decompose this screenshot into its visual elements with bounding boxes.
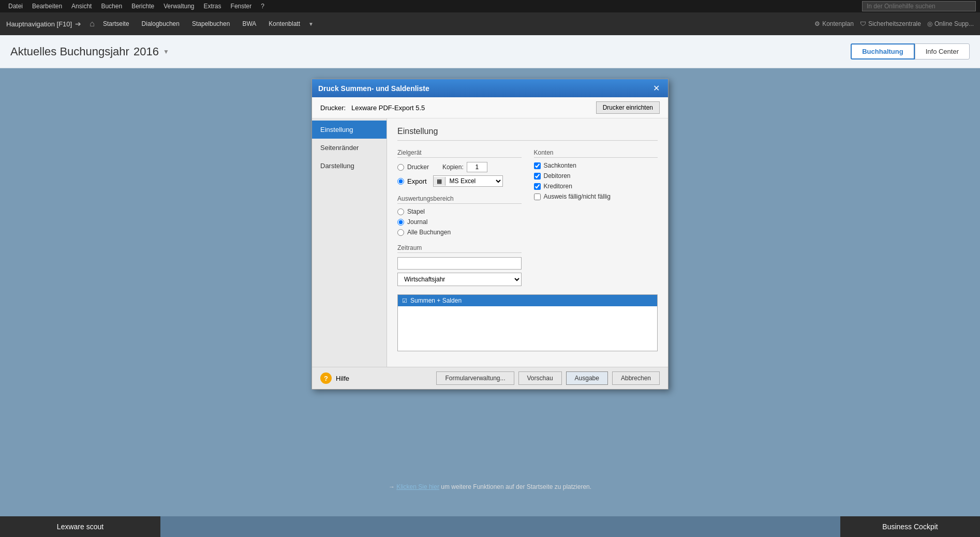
list-item-icon: ☑ [402, 297, 407, 304]
zielgeraet-title: Zielgerät [397, 149, 522, 158]
business-cockpit-button[interactable]: Business Cockpit [840, 516, 980, 537]
main-content: Druck Summen- und Saldenliste ✕ Drucker:… [0, 68, 980, 516]
kreditoren-checkbox[interactable] [534, 183, 541, 190]
location-icon: ◎ [927, 20, 932, 27]
hauptnavigation-label: Hauptnavigation [F10] [6, 20, 72, 28]
printer-name: Lexware PDF-Export 5.5 [351, 104, 425, 112]
toolbar-bwa[interactable]: BWA [238, 18, 260, 29]
ausgabe-button[interactable]: Ausgabe [566, 371, 608, 385]
zeitraum-title: Zeitraum [397, 244, 522, 253]
export-label: Export [407, 177, 427, 185]
stapel-radio[interactable] [397, 208, 404, 215]
auswertungsbereich-title: Auswertungsbereich [397, 195, 522, 204]
dialog-footer: ? Hilfe Formularverwaltung... Vorschau A… [312, 367, 668, 389]
stapel-row: Stapel [397, 208, 522, 215]
toolbar-kontenblatt[interactable]: Kontenblatt [264, 18, 304, 29]
zeitraum-select[interactable]: Wirtschaftsjahr Monat Quartal Halbjahr [397, 273, 522, 286]
help-label: Hilfe [336, 375, 349, 382]
gear-icon: ⚙ [814, 20, 820, 27]
dialog-title: Druck Summen- und Saldenliste [318, 84, 429, 93]
taskbar: Lexware scout Business Cockpit [0, 516, 980, 537]
toolbar-dialogbuchen[interactable]: Dialogbuchen [138, 18, 184, 29]
menu-buchen[interactable]: Buchen [97, 2, 126, 11]
zeitraum-year-input[interactable]: 2016 [397, 257, 522, 270]
export-select[interactable]: MS Excel PDF CSV [446, 176, 502, 186]
list-area[interactable]: ☑ Summen + Salden [397, 294, 658, 351]
toolbar-nav: Hauptnavigation [F10] ➔ [6, 20, 81, 28]
export-radio[interactable] [397, 178, 404, 185]
alle-buchungen-radio[interactable] [397, 229, 404, 236]
menu-ansicht[interactable]: Ansicht [67, 2, 96, 11]
dialog-close-button[interactable]: ✕ [651, 83, 662, 93]
toolbar-stapelbuchen[interactable]: Stapelbuchen [188, 18, 234, 29]
excel-icon: ▦ [434, 177, 446, 186]
menu-bar: Datei Bearbeiten Ansicht Buchen Berichte… [0, 0, 980, 12]
export-row: Export ▦ MS Excel PDF CSV [397, 175, 522, 187]
help-icon[interactable]: ? [320, 372, 332, 384]
two-column-layout: Zielgerät Drucker Kopien: 1 Export ▦ [397, 149, 658, 286]
ausweis-checkbox[interactable] [534, 193, 541, 200]
sachkonten-checkbox[interactable] [534, 162, 541, 169]
toolbar-arrow-icon: ➔ [75, 20, 81, 28]
debitoren-checkbox[interactable] [534, 173, 541, 180]
export-select-wrapper: ▦ MS Excel PDF CSV [433, 175, 503, 187]
sicherheitszentrale-label: Sicherheitszentrale [868, 20, 921, 27]
menu-datei[interactable]: Datei [4, 2, 27, 11]
footer-left: ? Hilfe [320, 372, 349, 384]
header-area: Aktuelles Buchungsjahr 2016 ▼ Buchhaltun… [0, 35, 980, 68]
kontenplan-item[interactable]: ⚙ Kontenplan [814, 20, 854, 27]
home-icon[interactable]: ⌂ [90, 19, 95, 28]
zeitraum-group: Zeitraum 2016 Wirtschaftsjahr Monat Quar… [397, 244, 522, 286]
list-item-label: Summen + Salden [410, 297, 462, 304]
online-support-item[interactable]: ◎ Online Supp... [927, 20, 974, 27]
printer-einrichten-button[interactable]: Drucker einrichten [596, 101, 660, 114]
ausweis-label: Ausweis fällig/nicht fällig [544, 193, 611, 200]
printer-info: Drucker: Lexware PDF-Export 5.5 [320, 104, 425, 112]
journal-radio[interactable] [397, 219, 404, 226]
kreditoren-row: Kreditoren [534, 183, 658, 190]
vorschau-button[interactable]: Vorschau [518, 371, 562, 385]
printer-line: Drucker: Lexware PDF-Export 5.5 Drucker … [312, 97, 668, 118]
sidebar-seitenraender[interactable]: Seitenränder [312, 139, 387, 157]
menu-bearbeiten[interactable]: Bearbeiten [28, 2, 66, 11]
journal-label: Journal [407, 218, 427, 226]
toolbar-startseite[interactable]: Startseite [99, 18, 133, 29]
bottom-info-link[interactable]: Klicken Sie hier [396, 483, 439, 490]
menu-verwaltung[interactable]: Verwaltung [159, 2, 198, 11]
left-column: Zielgerät Drucker Kopien: 1 Export ▦ [397, 149, 522, 286]
page-year: 2016 [133, 45, 159, 58]
buchhaltung-button[interactable]: Buchhaltung [851, 43, 914, 59]
konten-title: Konten [534, 149, 658, 158]
sidebar-einstellung[interactable]: Einstellung [312, 121, 387, 139]
sidebar-darstellung[interactable]: Darstellung [312, 157, 387, 175]
drucker-label: Drucker [407, 163, 429, 171]
footer-right: Formularverwaltung... Vorschau Ausgabe A… [436, 371, 660, 385]
online-support-label: Online Supp... [934, 20, 974, 27]
kopien-input[interactable]: 1 [467, 162, 487, 172]
auswertungsbereich-group: Auswertungsbereich Stapel Journal [397, 195, 522, 236]
kopien-label: Kopien: [442, 163, 464, 171]
drucker-row: Drucker Kopien: 1 [397, 162, 522, 172]
menu-fenster[interactable]: Fenster [227, 2, 256, 11]
sachkonten-row: Sachkonten [534, 162, 658, 169]
menu-search-input[interactable] [862, 1, 976, 11]
menu-help[interactable]: ? [257, 2, 269, 11]
kontenplan-label: Kontenplan [822, 20, 854, 27]
list-item-summen-salden[interactable]: ☑ Summen + Salden [398, 295, 657, 306]
menu-extras[interactable]: Extras [200, 2, 226, 11]
menu-berichte[interactable]: Berichte [127, 2, 158, 11]
header-buttons: Buchhaltung Info Center [851, 43, 970, 59]
year-dropdown-icon[interactable]: ▼ [163, 48, 169, 55]
formularverwaltung-button[interactable]: Formularverwaltung... [436, 371, 514, 385]
abbrechen-button[interactable]: Abbrechen [612, 371, 660, 385]
shield-icon: 🛡 [860, 20, 866, 27]
dialog: Druck Summen- und Saldenliste ✕ Drucker:… [311, 79, 669, 390]
debitoren-label: Debitoren [544, 172, 571, 180]
drucker-radio[interactable] [397, 164, 404, 171]
dialog-sidebar: Einstellung Seitenränder Darstellung [312, 118, 387, 367]
alle-buchungen-label: Alle Buchungen [407, 229, 451, 236]
lexware-scout-button[interactable]: Lexware scout [0, 516, 160, 537]
menu-items: Datei Bearbeiten Ansicht Buchen Berichte… [4, 2, 269, 11]
info-center-button[interactable]: Info Center [915, 43, 970, 59]
sicherheitszentrale-item[interactable]: 🛡 Sicherheitszentrale [860, 20, 921, 27]
